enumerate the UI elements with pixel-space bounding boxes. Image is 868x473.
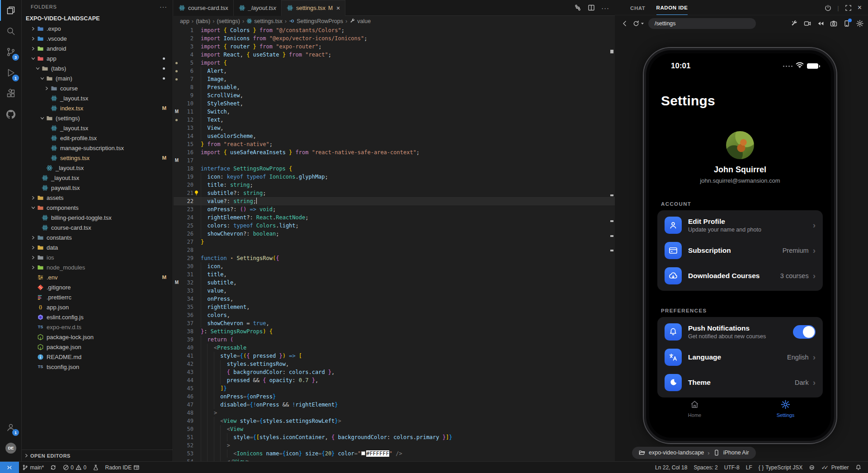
tree-item-.env[interactable]: .envM [22,272,173,282]
screen-recording-icon[interactable] [804,20,811,27]
tree-item-eslint.config.js[interactable]: eslint.config.js [22,312,173,322]
replay-icon[interactable] [817,20,824,27]
lightbulb-icon[interactable] [193,190,199,196]
close-panel-icon[interactable]: × [858,4,862,12]
settings-row-subscription[interactable]: SubscriptionPremium› [657,238,823,263]
activity-search-button[interactable] [0,21,22,42]
tree-item-_layout.tsx[interactable]: _layout.tsx [22,163,173,173]
settings-row-theme[interactable]: ThemeDark› [657,370,823,395]
tree-item-paywall.tsx[interactable]: paywall.tsx [22,183,173,193]
breadcrumb-item-settings.tsx[interactable]: settings.tsx [246,18,283,24]
tree-item-settings.tsx[interactable]: settings.tsxM [22,153,173,163]
tree-item-index.tsx[interactable]: index.tsxM [22,103,173,113]
language-mode[interactable]: { }TypeScript JSX [755,462,806,473]
folders-more-actions-icon[interactable]: ··· [160,3,167,10]
tree-item-package.json[interactable]: package.json [22,342,173,352]
settings-row-push-notifications[interactable]: Push NotificationsGet notified about new… [657,319,823,345]
tree-item-.expo[interactable]: .expo [22,24,173,33]
indentation[interactable]: Spaces: 2 [690,462,721,473]
tree-item-_layout.tsx[interactable]: _layout.tsx [22,93,173,103]
editor-more-actions-icon[interactable]: ··· [601,4,609,12]
enter-fullscreen-icon[interactable] [845,5,852,11]
editor-tab-course-card.tsx[interactable]: course-card.tsx [174,0,234,16]
device-settings-icon[interactable] [843,20,850,27]
tree-item-components[interactable]: components [22,203,173,213]
tab-chat[interactable]: CHAT [630,5,646,15]
activity-run-and-debug-button[interactable]: 1 [0,62,22,83]
tree-root-expo-video-landscape[interactable]: EXPO-VIDEO-LANDSCAPE [22,14,173,24]
activity-accounts-button[interactable]: 1 [0,417,22,438]
tree-item-edit-profile.tsx[interactable]: edit-profile.tsx [22,133,173,143]
device-selector[interactable]: expo-video-landscape›iPhone Air [632,447,756,459]
tree-item-tsconfig.json[interactable]: TStsconfig.json [22,362,173,372]
push-notifications-toggle[interactable] [793,325,816,339]
formatter-status[interactable]: ✓✓Prettier [818,462,852,473]
tree-item-.prettierrc[interactable]: .prettierrc [22,292,173,302]
tree-item-.gitignore[interactable]: .gitignore [22,282,173,292]
tab-radon-ide[interactable]: RADON IDE [656,5,688,15]
settings-row-edit-profile[interactable]: Edit ProfileUpdate your name and photo› [657,213,823,238]
tree-item-android[interactable]: android [22,43,173,53]
sync-changes[interactable] [47,462,60,473]
tree-item-data[interactable]: data [22,242,173,252]
cursor-position[interactable]: Ln 22, Col 18 [652,462,690,473]
tree-item-package-lock.json[interactable]: package-lock.json [22,332,173,342]
tree-item-(main)[interactable]: (main) [22,73,173,83]
tree-item-README.md[interactable]: README.md [22,352,173,362]
remote-indicator[interactable] [0,462,19,473]
activity-explorer-button[interactable] [0,0,22,21]
git-branch-status[interactable]: main* [19,462,47,473]
activity-extensions-button[interactable] [0,83,22,104]
phone-tab-home[interactable]: Home [649,399,740,418]
tree-item-course-card.tsx[interactable]: course-card.tsx [22,222,173,232]
breadcrumb-item-value[interactable]: value [349,18,371,24]
breadcrumb-item-SettingsRowProps[interactable]: SettingsRowProps [289,18,343,24]
tree-item-ios[interactable]: ios [22,252,173,262]
tree-item-node_modules[interactable]: node_modules [22,262,173,272]
navigate-back-icon[interactable] [621,20,628,27]
eol-sequence[interactable]: LF [743,462,755,473]
code-editor[interactable]: 1import { Colors } from "@/constants/Col… [174,26,615,461]
tree-item-(settings)[interactable]: (settings) [22,113,173,123]
reload-button[interactable] [632,20,644,27]
power-icon[interactable] [825,5,831,11]
problems-status[interactable]: 00 [60,462,90,473]
radon-ide-launcher[interactable]: Radon IDE [102,462,143,473]
tree-item-app.json[interactable]: {}app.json [22,302,173,312]
settings-row-downloaded-courses[interactable]: Downloaded Courses3 courses› [657,263,823,289]
editor-tab-_layout.tsx[interactable]: _layout.tsx [234,0,282,16]
dev-tools-icon[interactable] [791,20,798,27]
tree-item-billing-period-toggle.tsx[interactable]: billing-period-toggle.tsx [22,213,173,222]
copilot-status[interactable] [806,462,818,473]
split-editor-icon[interactable] [588,4,595,11]
breadcrumb-item-(settings)[interactable]: (settings) [217,18,240,24]
editor-tab-settings.tsx[interactable]: settings.tsxM× [282,0,345,16]
test-beaker[interactable] [90,462,102,473]
route-url-bar[interactable]: /settings [648,18,756,29]
activity-github-button[interactable] [0,104,22,125]
tree-item-assets[interactable]: assets [22,193,173,203]
screenshot-icon[interactable] [830,20,837,27]
close-tab-icon[interactable]: × [336,5,340,12]
tree-item-_layout.tsx[interactable]: _layout.tsx [22,173,173,183]
breadcrumb-item-app[interactable]: app [180,18,189,24]
tree-item-_layout.tsx[interactable]: _layout.tsx [22,123,173,133]
tree-item-app[interactable]: app [22,53,173,63]
panel-settings-icon[interactable] [856,20,863,27]
tree-item-course[interactable]: course [22,83,173,93]
breadcrumb-item-(tabs)[interactable]: (tabs) [196,18,210,24]
open-changes-icon[interactable] [574,4,581,11]
activity-source-control-button[interactable]: 3 [0,42,22,62]
user-avatar[interactable]: DE [0,438,22,459]
profile-avatar[interactable] [726,131,754,159]
tree-item-.vscode[interactable]: .vscode [22,33,173,43]
tree-item-(tabs)[interactable]: (tabs) [22,63,173,73]
settings-row-language[interactable]: LanguageEnglish› [657,345,823,370]
tree-item-constants[interactable]: constants [22,232,173,242]
encoding[interactable]: UTF-8 [721,462,743,473]
open-editors-section[interactable]: OPEN EDITORS [22,449,173,461]
phone-tab-settings[interactable]: Settings [740,399,831,418]
tree-item-manage-subscription.tsx[interactable]: manage-subscription.tsx [22,143,173,153]
notifications[interactable] [852,462,865,473]
tree-item-expo-env.d.ts[interactable]: TSexpo-env.d.ts [22,322,173,332]
